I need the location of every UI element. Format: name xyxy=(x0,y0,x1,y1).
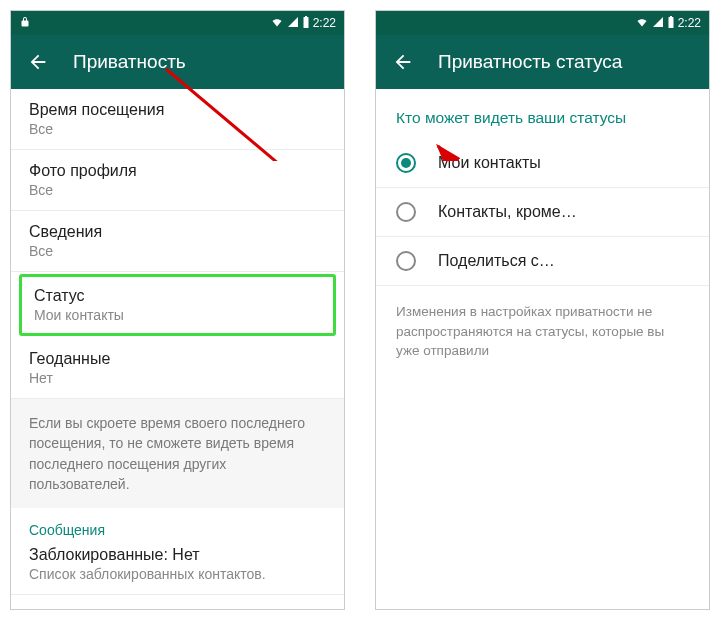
back-icon[interactable] xyxy=(27,51,49,73)
wifi-icon xyxy=(635,16,649,31)
option-share-with[interactable]: Поделиться с… xyxy=(376,237,709,286)
info-text: Если вы скроете время своего последнего … xyxy=(11,399,344,508)
page-title: Приватность статуса xyxy=(438,51,622,73)
setting-profile-photo[interactable]: Фото профиля Все xyxy=(11,150,344,211)
status-privacy-options: Кто может видеть ваши статусы Мои контак… xyxy=(376,89,709,609)
signal-icon xyxy=(652,16,664,31)
back-icon[interactable] xyxy=(392,51,414,73)
signal-icon xyxy=(287,16,299,31)
battery-icon xyxy=(667,16,675,31)
radio-icon[interactable] xyxy=(396,202,416,222)
setting-last-seen[interactable]: Время посещения Все xyxy=(11,89,344,150)
setting-blocked[interactable]: Заблокированные: Нет Список заблокирован… xyxy=(11,546,344,594)
setting-read-receipts[interactable]: Отчеты о прочтении xyxy=(11,594,344,609)
wifi-icon xyxy=(270,16,284,31)
radio-selected-icon[interactable] xyxy=(396,153,416,173)
battery-icon xyxy=(302,16,310,31)
settings-list: Время посещения Все Фото профиля Все Све… xyxy=(11,89,344,609)
radio-icon[interactable] xyxy=(396,251,416,271)
android-status-bar: 2:22 xyxy=(11,11,344,35)
app-bar: Приватность статуса xyxy=(376,35,709,89)
app-bar: Приватность xyxy=(11,35,344,89)
status-time: 2:22 xyxy=(313,16,336,30)
phone-privacy-settings: 2:22 Приватность Время посещения Все Фот… xyxy=(10,10,345,610)
setting-about[interactable]: Сведения Все xyxy=(11,211,344,272)
page-title: Приватность xyxy=(73,51,186,73)
privacy-note: Изменения в настройках приватности не ра… xyxy=(376,286,709,377)
android-status-bar: 2:22 xyxy=(376,11,709,35)
option-my-contacts[interactable]: Мои контакты xyxy=(376,139,709,188)
phone-status-privacy: 2:22 Приватность статуса Кто может видет… xyxy=(375,10,710,610)
setting-location[interactable]: Геоданные Нет xyxy=(11,338,344,399)
section-messages: Сообщения xyxy=(11,508,344,546)
option-contacts-except[interactable]: Контакты, кроме… xyxy=(376,188,709,237)
setting-status-highlighted[interactable]: Статус Мои контакты xyxy=(19,274,336,336)
lock-icon xyxy=(19,16,31,31)
status-time: 2:22 xyxy=(678,16,701,30)
section-who-can-see: Кто может видеть ваши статусы xyxy=(376,89,709,139)
